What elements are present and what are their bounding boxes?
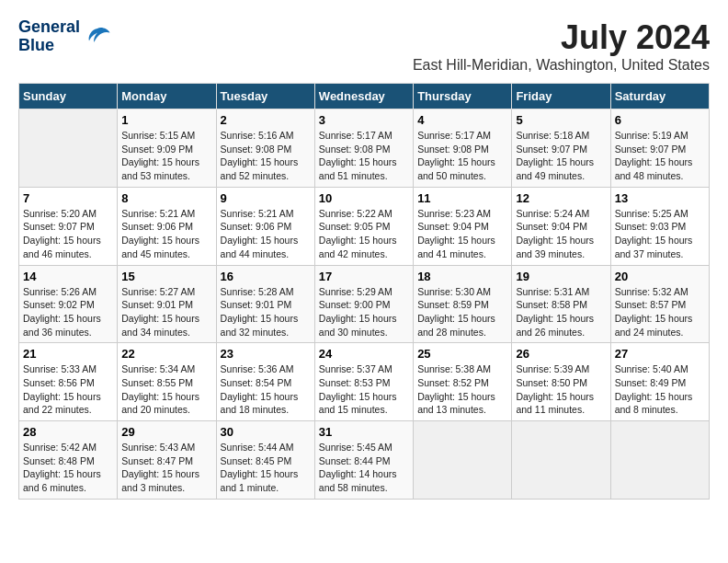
day-number: 5 bbox=[516, 113, 606, 127]
day-info: Sunrise: 5:42 AM Sunset: 8:48 PM Dayligh… bbox=[23, 441, 113, 495]
header-cell-sunday: Sunday bbox=[19, 84, 118, 109]
day-info: Sunrise: 5:16 AM Sunset: 9:08 PM Dayligh… bbox=[221, 129, 311, 183]
day-number: 8 bbox=[121, 191, 211, 205]
day-info: Sunrise: 5:17 AM Sunset: 9:08 PM Dayligh… bbox=[417, 129, 507, 183]
title-area: July 2024 East Hill-Meridian, Washington… bbox=[413, 18, 710, 74]
day-cell: 9Sunrise: 5:21 AM Sunset: 9:06 PM Daylig… bbox=[216, 187, 314, 265]
day-info: Sunrise: 5:22 AM Sunset: 9:05 PM Dayligh… bbox=[319, 207, 409, 261]
day-cell: 17Sunrise: 5:29 AM Sunset: 9:00 PM Dayli… bbox=[314, 265, 413, 343]
calendar-table: SundayMondayTuesdayWednesdayThursdayFrid… bbox=[18, 83, 710, 500]
day-number: 28 bbox=[23, 425, 113, 439]
header: General Blue July 2024 East Hill-Meridia… bbox=[18, 18, 710, 74]
day-cell bbox=[610, 421, 709, 500]
day-cell: 5Sunrise: 5:18 AM Sunset: 9:07 PM Daylig… bbox=[512, 109, 610, 188]
day-number: 31 bbox=[319, 425, 409, 439]
day-cell: 30Sunrise: 5:44 AM Sunset: 8:45 PM Dayli… bbox=[216, 421, 314, 500]
day-number: 16 bbox=[221, 270, 311, 283]
day-info: Sunrise: 5:15 AM Sunset: 9:09 PM Dayligh… bbox=[121, 129, 211, 183]
day-info: Sunrise: 5:29 AM Sunset: 9:00 PM Dayligh… bbox=[319, 285, 409, 339]
day-cell: 12Sunrise: 5:24 AM Sunset: 9:04 PM Dayli… bbox=[512, 187, 610, 265]
day-number: 13 bbox=[615, 191, 705, 205]
day-cell: 16Sunrise: 5:28 AM Sunset: 9:01 PM Dayli… bbox=[216, 265, 314, 343]
day-cell: 19Sunrise: 5:31 AM Sunset: 8:58 PM Dayli… bbox=[512, 265, 610, 343]
day-info: Sunrise: 5:20 AM Sunset: 9:07 PM Dayligh… bbox=[23, 207, 113, 261]
day-number: 14 bbox=[23, 270, 113, 283]
week-row-5: 28Sunrise: 5:42 AM Sunset: 8:48 PM Dayli… bbox=[19, 421, 710, 500]
day-cell: 8Sunrise: 5:21 AM Sunset: 9:06 PM Daylig… bbox=[118, 187, 216, 265]
day-cell: 22Sunrise: 5:34 AM Sunset: 8:55 PM Dayli… bbox=[118, 343, 216, 421]
day-cell: 20Sunrise: 5:32 AM Sunset: 8:57 PM Dayli… bbox=[610, 265, 709, 343]
day-info: Sunrise: 5:37 AM Sunset: 8:53 PM Dayligh… bbox=[319, 362, 409, 417]
day-info: Sunrise: 5:45 AM Sunset: 8:44 PM Dayligh… bbox=[319, 441, 409, 495]
day-number: 26 bbox=[516, 347, 606, 361]
day-number: 24 bbox=[319, 347, 409, 361]
day-cell: 4Sunrise: 5:17 AM Sunset: 9:08 PM Daylig… bbox=[414, 109, 512, 188]
day-info: Sunrise: 5:32 AM Sunset: 8:57 PM Dayligh… bbox=[615, 285, 705, 339]
day-cell: 14Sunrise: 5:26 AM Sunset: 9:02 PM Dayli… bbox=[19, 265, 118, 343]
day-info: Sunrise: 5:21 AM Sunset: 9:06 PM Dayligh… bbox=[121, 207, 211, 261]
day-cell: 6Sunrise: 5:19 AM Sunset: 9:07 PM Daylig… bbox=[610, 109, 709, 188]
week-row-1: 1Sunrise: 5:15 AM Sunset: 9:09 PM Daylig… bbox=[19, 109, 710, 188]
day-info: Sunrise: 5:43 AM Sunset: 8:47 PM Dayligh… bbox=[121, 441, 211, 495]
day-cell: 15Sunrise: 5:27 AM Sunset: 9:01 PM Dayli… bbox=[118, 265, 216, 343]
day-number: 30 bbox=[221, 425, 311, 439]
day-number: 22 bbox=[121, 347, 211, 361]
day-info: Sunrise: 5:19 AM Sunset: 9:07 PM Dayligh… bbox=[615, 129, 705, 183]
header-row: SundayMondayTuesdayWednesdayThursdayFrid… bbox=[19, 84, 710, 109]
logo-text-line2: Blue bbox=[18, 37, 80, 55]
logo-bird-icon bbox=[84, 23, 111, 51]
day-number: 29 bbox=[121, 425, 211, 439]
day-cell: 25Sunrise: 5:38 AM Sunset: 8:52 PM Dayli… bbox=[414, 343, 512, 421]
day-info: Sunrise: 5:33 AM Sunset: 8:56 PM Dayligh… bbox=[23, 362, 113, 417]
location-title: East Hill-Meridian, Washington, United S… bbox=[413, 57, 710, 74]
month-title: July 2024 bbox=[413, 18, 710, 57]
day-number: 9 bbox=[221, 191, 311, 205]
day-number: 4 bbox=[417, 113, 507, 127]
day-info: Sunrise: 5:21 AM Sunset: 9:06 PM Dayligh… bbox=[221, 207, 311, 261]
header-cell-wednesday: Wednesday bbox=[314, 84, 413, 109]
day-info: Sunrise: 5:39 AM Sunset: 8:50 PM Dayligh… bbox=[516, 362, 606, 417]
day-number: 21 bbox=[23, 347, 113, 361]
logo: General Blue bbox=[18, 18, 111, 55]
day-number: 20 bbox=[615, 270, 705, 283]
day-cell: 7Sunrise: 5:20 AM Sunset: 9:07 PM Daylig… bbox=[19, 187, 118, 265]
day-cell: 28Sunrise: 5:42 AM Sunset: 8:48 PM Dayli… bbox=[19, 421, 118, 500]
header-cell-saturday: Saturday bbox=[610, 84, 709, 109]
day-number: 1 bbox=[121, 113, 211, 127]
day-info: Sunrise: 5:40 AM Sunset: 8:49 PM Dayligh… bbox=[615, 362, 705, 417]
day-info: Sunrise: 5:26 AM Sunset: 9:02 PM Dayligh… bbox=[23, 285, 113, 339]
day-info: Sunrise: 5:38 AM Sunset: 8:52 PM Dayligh… bbox=[417, 362, 507, 417]
day-cell: 1Sunrise: 5:15 AM Sunset: 9:09 PM Daylig… bbox=[118, 109, 216, 188]
header-cell-thursday: Thursday bbox=[414, 84, 512, 109]
day-number: 15 bbox=[121, 270, 211, 283]
logo-text-line1: General bbox=[18, 18, 80, 37]
header-cell-friday: Friday bbox=[512, 84, 610, 109]
day-cell bbox=[512, 421, 610, 500]
day-cell: 31Sunrise: 5:45 AM Sunset: 8:44 PM Dayli… bbox=[314, 421, 413, 500]
day-cell: 13Sunrise: 5:25 AM Sunset: 9:03 PM Dayli… bbox=[610, 187, 709, 265]
header-cell-monday: Monday bbox=[118, 84, 216, 109]
day-cell: 29Sunrise: 5:43 AM Sunset: 8:47 PM Dayli… bbox=[118, 421, 216, 500]
day-info: Sunrise: 5:31 AM Sunset: 8:58 PM Dayligh… bbox=[516, 285, 606, 339]
day-number: 11 bbox=[417, 191, 507, 205]
day-info: Sunrise: 5:36 AM Sunset: 8:54 PM Dayligh… bbox=[221, 362, 311, 417]
day-info: Sunrise: 5:23 AM Sunset: 9:04 PM Dayligh… bbox=[417, 207, 507, 261]
day-number: 23 bbox=[221, 347, 311, 361]
day-number: 25 bbox=[417, 347, 507, 361]
day-info: Sunrise: 5:18 AM Sunset: 9:07 PM Dayligh… bbox=[516, 129, 606, 183]
day-number: 2 bbox=[221, 113, 311, 127]
day-cell: 10Sunrise: 5:22 AM Sunset: 9:05 PM Dayli… bbox=[314, 187, 413, 265]
day-info: Sunrise: 5:34 AM Sunset: 8:55 PM Dayligh… bbox=[121, 362, 211, 417]
calendar-body: 1Sunrise: 5:15 AM Sunset: 9:09 PM Daylig… bbox=[19, 109, 710, 500]
week-row-3: 14Sunrise: 5:26 AM Sunset: 9:02 PM Dayli… bbox=[19, 265, 710, 343]
day-number: 12 bbox=[516, 191, 606, 205]
header-cell-tuesday: Tuesday bbox=[216, 84, 314, 109]
day-cell: 11Sunrise: 5:23 AM Sunset: 9:04 PM Dayli… bbox=[414, 187, 512, 265]
day-number: 10 bbox=[319, 191, 409, 205]
day-cell: 2Sunrise: 5:16 AM Sunset: 9:08 PM Daylig… bbox=[216, 109, 314, 188]
day-cell: 24Sunrise: 5:37 AM Sunset: 8:53 PM Dayli… bbox=[314, 343, 413, 421]
day-info: Sunrise: 5:27 AM Sunset: 9:01 PM Dayligh… bbox=[121, 285, 211, 339]
day-number: 7 bbox=[23, 191, 113, 205]
day-info: Sunrise: 5:24 AM Sunset: 9:04 PM Dayligh… bbox=[516, 207, 606, 261]
day-info: Sunrise: 5:44 AM Sunset: 8:45 PM Dayligh… bbox=[221, 441, 311, 495]
